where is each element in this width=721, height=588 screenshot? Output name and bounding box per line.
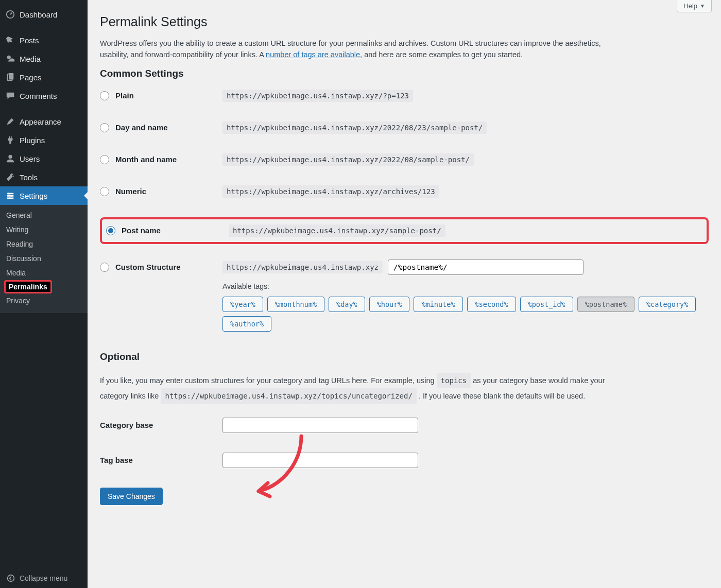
tag-post-id[interactable]: %post_id% (520, 297, 573, 312)
tag-year[interactable]: %year% (222, 297, 263, 312)
annotation-arrow (252, 434, 319, 506)
menu-appearance[interactable]: Appearance (0, 112, 88, 131)
menu-media[interactable]: Media (0, 49, 88, 68)
tags-link[interactable]: number of tags are available (266, 50, 360, 59)
sample-numeric: https://wpkubeimage.us4.instawp.xyz/arch… (222, 185, 439, 198)
option-label: Day and name (115, 123, 168, 132)
menu-label: Tools (20, 173, 38, 182)
tag-base-label: Tag base (100, 456, 133, 464)
svg-point-10 (8, 197, 10, 199)
option-month-and-name: Month and name https://wpkubeimage.us4.i… (100, 153, 709, 166)
tag-monthnum[interactable]: %monthnum% (267, 297, 324, 312)
menu-label: Settings (20, 192, 47, 200)
category-base-label: Category base (100, 421, 153, 429)
dashboard-icon (5, 9, 15, 20)
highlight-post-name: Post name https://wpkubeimage.us4.instaw… (100, 217, 709, 244)
appearance-icon (5, 116, 15, 127)
settings-submenu: General Writing Reading Discussion Media… (0, 205, 88, 313)
main-content: Help ▼ Permalink Settings WordPress offe… (88, 0, 721, 588)
optional-heading: Optional (100, 351, 709, 362)
tag-author[interactable]: %author% (222, 316, 271, 332)
sample-day-name: https://wpkubeimage.us4.instawp.xyz/2022… (222, 122, 487, 134)
category-base-input[interactable] (222, 418, 418, 433)
menu-label: Pages (20, 73, 42, 82)
submenu-permalinks[interactable]: Permalinks (4, 280, 52, 293)
plugins-icon (5, 135, 15, 145)
comments-icon (5, 91, 15, 101)
users-icon (5, 153, 15, 164)
submenu-privacy[interactable]: Privacy (0, 293, 88, 308)
menu-posts[interactable]: Posts (0, 31, 88, 49)
custom-base: https://wpkubeimage.us4.instawp.xyz (222, 261, 383, 273)
submenu-general[interactable]: General (0, 208, 88, 222)
menu-settings[interactable]: Settings (0, 186, 88, 205)
settings-icon (5, 191, 15, 201)
menu-plugins[interactable]: Plugins (0, 131, 88, 149)
optional-description: If you like, you may enter custom struct… (100, 373, 615, 404)
collapse-menu[interactable]: Collapse menu (0, 568, 88, 588)
row-category-base: Category base (100, 418, 709, 433)
svg-point-1 (7, 56, 11, 59)
available-tags-label: Available tags: (222, 282, 709, 290)
sample-plain: https://wpkubeimage.us4.instawp.xyz/?p=1… (222, 90, 413, 102)
code-topics: topics (437, 373, 471, 388)
radio-day-name[interactable] (100, 123, 109, 132)
option-post-name: Post name https://wpkubeimage.us4.instaw… (106, 224, 702, 237)
tag-hour[interactable]: %hour% (369, 297, 410, 312)
tag-second[interactable]: %second% (467, 297, 516, 312)
common-settings-heading: Common Settings (100, 68, 709, 79)
svg-point-4 (8, 155, 12, 159)
tag-minute[interactable]: %minute% (414, 297, 462, 312)
radio-numeric[interactable] (100, 187, 109, 196)
custom-structure-input[interactable] (388, 260, 583, 275)
option-plain: Plain https://wpkubeimage.us4.instawp.xy… (100, 90, 709, 102)
admin-sidebar: Dashboard Posts Media Pages Comments App… (0, 0, 88, 588)
pages-icon (5, 72, 15, 82)
menu-label: Users (20, 154, 40, 163)
tag-category[interactable]: %category% (639, 297, 696, 312)
media-icon (5, 54, 15, 64)
sample-month-name: https://wpkubeimage.us4.instawp.xyz/2022… (222, 153, 474, 166)
submenu-writing[interactable]: Writing (0, 222, 88, 237)
option-custom-structure: Custom Structure https://wpkubeimage.us4… (100, 260, 709, 332)
menu-label: Media (20, 55, 41, 63)
menu-label: Dashboard (20, 10, 57, 19)
svg-rect-3 (9, 73, 13, 80)
radio-custom[interactable] (100, 263, 109, 272)
submenu-discussion[interactable]: Discussion (0, 251, 88, 266)
option-label: Post name (122, 226, 161, 235)
submenu-media[interactable]: Media (0, 266, 88, 280)
admin-menu: Dashboard Posts Media Pages Comments App… (0, 0, 88, 313)
intro-text: WordPress offers you the ability to crea… (100, 38, 615, 61)
sample-post-name: https://wpkubeimage.us4.instawp.xyz/samp… (229, 224, 445, 237)
save-changes-button[interactable]: Save Changes (100, 488, 163, 505)
option-numeric: Numeric https://wpkubeimage.us4.instawp.… (100, 185, 709, 198)
submenu-reading[interactable]: Reading (0, 237, 88, 251)
svg-point-11 (8, 575, 14, 582)
option-day-and-name: Day and name https://wpkubeimage.us4.ins… (100, 122, 709, 134)
code-topics-url: https://wpkubeimage.us4.instawp.xyz/topi… (161, 388, 416, 404)
menu-dashboard[interactable]: Dashboard (0, 5, 88, 24)
chevron-down-icon: ▼ (700, 3, 705, 9)
collapse-label: Collapse menu (20, 574, 67, 582)
menu-comments[interactable]: Comments (0, 87, 88, 105)
row-tag-base: Tag base (100, 453, 709, 468)
tools-icon (5, 172, 15, 182)
radio-plain[interactable] (100, 91, 109, 100)
menu-tools[interactable]: Tools (0, 168, 88, 186)
radio-post-name[interactable] (106, 226, 115, 235)
radio-month-name[interactable] (100, 155, 109, 164)
help-label: Help (683, 2, 697, 10)
pin-icon (5, 35, 15, 45)
svg-point-9 (11, 195, 13, 197)
option-label: Numeric (115, 187, 146, 196)
tag-row: %year% %monthnum% %day% %hour% %minute% … (222, 297, 709, 332)
help-tab[interactable]: Help ▼ (677, 0, 712, 12)
tag-base-input[interactable] (222, 453, 418, 468)
option-label: Plain (115, 91, 134, 100)
tag-postname[interactable]: %postname% (577, 297, 634, 312)
menu-users[interactable]: Users (0, 149, 88, 168)
tag-day[interactable]: %day% (329, 297, 365, 312)
collapse-icon (6, 574, 15, 583)
menu-pages[interactable]: Pages (0, 68, 88, 87)
